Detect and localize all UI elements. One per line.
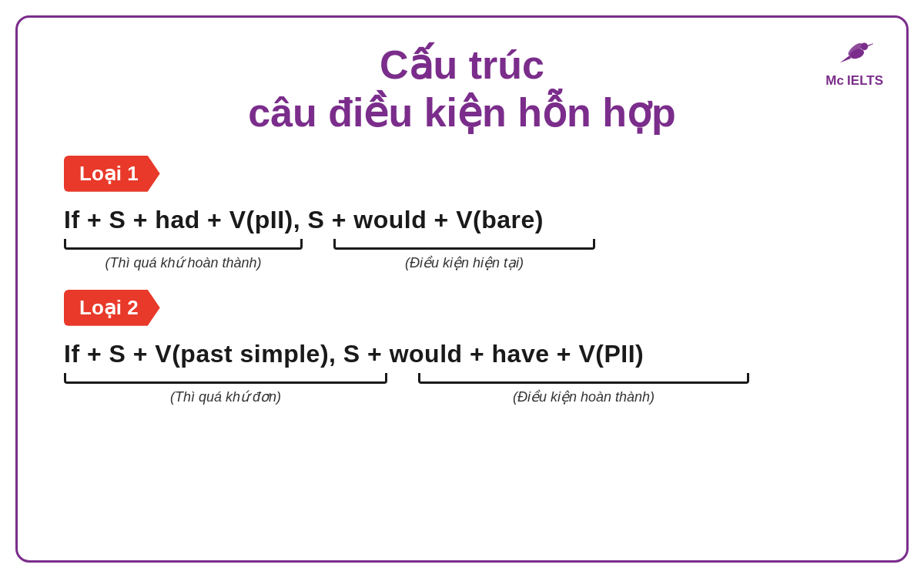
section-loai-2: Loại 2 If + S + V(past simple), S + woul…	[64, 290, 860, 408]
bird-icon	[836, 35, 873, 72]
main-card: Mc IELTS Cấu trúc câu điều kiện hỗn hợp …	[15, 15, 909, 563]
page-title: Cấu trúc câu điều kiện hỗn hợp	[64, 41, 860, 137]
brackets-row-1: (Thì quá khứ hoàn thành) (Điều kiện hiện…	[64, 239, 860, 271]
bracket-label-2a: (Thì quá khứ đơn)	[170, 388, 281, 405]
bracket-label-2b: (Điều kiện hoàn thành)	[513, 388, 654, 405]
formula-1: If + S + had + V(pII), S + would + V(bar…	[64, 206, 860, 234]
bracket-label-1a: (Thì quá khứ hoàn thành)	[105, 254, 261, 271]
bracket-line-2a	[64, 373, 387, 384]
logo: Mc IELTS	[825, 35, 883, 89]
logo-brand: Mc	[825, 73, 844, 88]
bracket-line-1b	[333, 239, 595, 250]
formula-2: If + S + V(past simple), S + would + hav…	[64, 340, 860, 368]
bracket-group-2b: (Điều kiện hoàn thành)	[418, 373, 749, 405]
logo-suffix: IELTS	[847, 73, 883, 88]
bracket-group-1a: (Thì quá khứ hoàn thành)	[64, 239, 303, 271]
formula-2-text: If + S + V(past simple), S + would + hav…	[64, 340, 644, 368]
svg-marker-3	[839, 55, 850, 63]
formula-1-text: If + S + had + V(pII), S + would + V(bar…	[64, 206, 544, 234]
section-loai-1: Loại 1 If + S + had + V(pII), S + would …	[64, 156, 860, 274]
page-header: Cấu trúc câu điều kiện hỗn hợp	[64, 41, 860, 137]
badge-loai1: Loại 1	[64, 156, 160, 192]
badge-loai2: Loại 2	[64, 290, 160, 326]
svg-marker-2	[868, 42, 873, 47]
bracket-line-1a	[64, 239, 303, 250]
title-line2: câu điều kiện hỗn hợp	[248, 90, 676, 135]
bracket-label-1b: (Điều kiện hiện tại)	[405, 254, 524, 271]
title-line1: Cấu trúc	[380, 42, 544, 87]
brackets-row-2: (Thì quá khứ đơn) (Điều kiện hoàn thành)	[64, 373, 860, 405]
badge-loai1-label: Loại 1	[79, 162, 139, 186]
bracket-group-1b: (Điều kiện hiện tại)	[333, 239, 595, 271]
bracket-line-2b	[418, 373, 749, 384]
badge-loai2-label: Loại 2	[79, 296, 139, 320]
bracket-group-2a: (Thì quá khứ đơn)	[64, 373, 387, 405]
